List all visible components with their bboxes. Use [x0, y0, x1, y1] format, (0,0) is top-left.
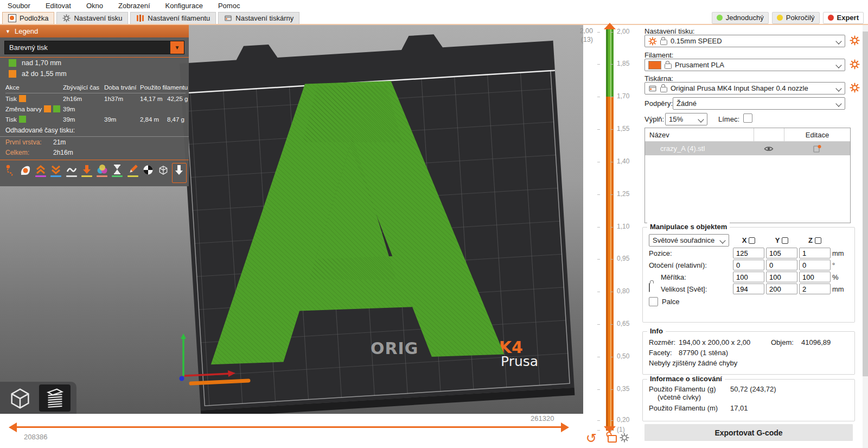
rotation-x-field[interactable] [733, 260, 764, 270]
tool-changes-icon[interactable] [80, 163, 93, 182]
infill-select[interactable]: 15% [665, 113, 707, 125]
uniform-scale-lock-icon[interactable] [649, 283, 650, 292]
menu-soubor[interactable]: Soubor [0, 0, 38, 11]
panel-scrollbar[interactable] [863, 25, 868, 448]
printer-value: Original Prusa MK4 Input Shaper 0.4 nozz… [671, 84, 833, 92]
menu-okno[interactable]: Okno [79, 0, 111, 11]
supports-select[interactable]: Žádné [673, 97, 845, 110]
travel-moves-icon[interactable] [3, 163, 17, 182]
menu-zobrazeni[interactable]: Zobrazení [111, 0, 158, 11]
supports-value: Žádné [676, 99, 833, 108]
object-manipulation-section: Manipulace s objektem Světové souřadnice… [642, 227, 855, 323]
layers-icon [42, 386, 67, 411]
preview-view-button[interactable] [39, 384, 71, 412]
lock-icon [665, 64, 672, 69]
filament-label: Filament: [644, 51, 673, 59]
center-of-mass-icon[interactable] [141, 163, 155, 182]
color-changes-icon[interactable] [95, 163, 109, 182]
deretractions-icon[interactable] [49, 163, 63, 182]
filament-value: Prusament PLA [675, 61, 833, 69]
printer-select[interactable]: Original Prusa MK4 Input Shaper 0.4 nozz… [644, 82, 845, 94]
edit-filament-gear-icon[interactable] [850, 59, 860, 70]
edit-print-settings-gear-icon[interactable] [850, 35, 860, 46]
brim-checkbox[interactable] [743, 113, 752, 123]
table-header-row: Akce Zbývající čas Doba trvání Použito f… [5, 81, 186, 93]
legend-toggle-icon[interactable] [172, 163, 187, 183]
shells-icon[interactable] [157, 163, 170, 182]
mode-expert[interactable]: Expert [823, 12, 864, 24]
filament-select[interactable]: Prusament PLA [644, 59, 845, 71]
retractions-icon[interactable] [34, 163, 48, 182]
filament-m-row: Použito Filamentu (m) 17,01 [649, 404, 850, 412]
tab-print-settings[interactable]: Nastavení tisku [56, 12, 128, 24]
inches-checkbox[interactable] [649, 297, 658, 306]
menu-pomoc[interactable]: Pomoc [210, 0, 247, 11]
hslider-left-thumb[interactable] [9, 422, 17, 432]
tab-print-settings-label: Nastavení tisku [74, 14, 122, 22]
infill-value: 15% [669, 115, 695, 123]
position-z-field[interactable] [799, 248, 831, 258]
model-letter-a[interactable] [197, 25, 512, 414]
size-x-field[interactable] [733, 283, 764, 294]
scale-y-field[interactable] [766, 272, 797, 282]
collapse-icon[interactable]: ▼ [5, 29, 10, 34]
axis-settings-icon[interactable] [749, 237, 755, 244]
object-list[interactable]: Název Editace crazy_A (4).stl [644, 128, 851, 223]
eye-icon[interactable] [754, 144, 784, 154]
print-settings-select[interactable]: 0.15mm SPEED [644, 35, 845, 47]
view-type-select[interactable]: Barevný tisk ▼ [4, 41, 184, 54]
tab-printer-settings[interactable]: Nastavení tiskárny [218, 12, 299, 24]
info-title: Info [647, 327, 666, 335]
legend-item-above: nad 1,70 mm [0, 58, 189, 68]
pause-prints-icon[interactable] [111, 163, 124, 182]
layer-slider-top-thumb[interactable] [604, 23, 616, 29]
dropdown-arrow-icon[interactable]: ▼ [170, 41, 184, 54]
scale-x-field[interactable] [733, 272, 764, 282]
position-row: Pozice: mm [649, 248, 850, 258]
export-gcode-button[interactable]: Exportovat G-code [644, 424, 853, 441]
rotation-z-field[interactable] [799, 260, 831, 270]
menu-editovat[interactable]: Editovat [38, 0, 79, 11]
settings-tab-bar: Podložka Nastavení tisku Nastavení filam… [0, 11, 868, 25]
edit-object-icon[interactable] [784, 144, 850, 153]
inches-row: Palce [649, 297, 850, 306]
editor-view-button[interactable] [4, 384, 36, 412]
legend-header[interactable]: ▼ Legend [0, 25, 189, 37]
name-column-header: Název [645, 131, 754, 139]
chevron-down-icon [720, 238, 725, 243]
wipe-icon[interactable] [18, 163, 32, 182]
rotation-y-field[interactable] [766, 260, 797, 270]
printer-icon [224, 14, 232, 22]
axis-settings-icon[interactable] [815, 237, 821, 244]
colorprint-table: Akce Zbývající čas Doba trvání Použito f… [0, 79, 189, 124]
scale-z-field[interactable] [799, 272, 831, 282]
tab-printer-settings-label: Nastavení tiskárny [235, 14, 293, 22]
axis-settings-icon[interactable] [782, 237, 788, 244]
custom-gcode-icon[interactable] [126, 163, 139, 182]
position-y-field[interactable] [766, 248, 797, 258]
panel-scrollbar-thumb[interactable] [863, 31, 868, 376]
first-layer-row: První vrstva: 21m [0, 137, 189, 147]
layer-slider-track[interactable] [606, 28, 614, 431]
tab-filament-settings[interactable]: Nastavení filamentu [130, 12, 216, 24]
axis-y-header: Y [766, 236, 797, 244]
hslider-track[interactable] [16, 426, 561, 428]
coordinate-system-select[interactable]: Světové souřadnice [649, 234, 729, 247]
chevron-down-icon [836, 86, 841, 91]
object-row[interactable]: crazy_A (4).stl [645, 142, 850, 155]
position-x-field[interactable] [733, 248, 764, 258]
slider-settings-gear-icon[interactable] [620, 433, 630, 444]
mode-advanced[interactable]: Pokročilý [772, 12, 820, 24]
plater-icon [8, 14, 16, 22]
size-y-field[interactable] [766, 283, 797, 294]
hslider-right-thumb[interactable] [561, 422, 569, 432]
slicing-info-title: Informace o slicování [647, 375, 725, 383]
mode-simple[interactable]: Jednoduchý [712, 12, 769, 24]
size-z-field[interactable] [799, 283, 831, 294]
seams-icon[interactable] [65, 163, 78, 182]
reset-view-icon[interactable]: ↺ [586, 433, 597, 444]
unlock-icon[interactable] [608, 435, 617, 443]
edit-printer-gear-icon[interactable] [850, 83, 860, 93]
menu-konfigurace[interactable]: Konfigurace [158, 0, 210, 11]
tab-plater[interactable]: Podložka [2, 12, 54, 24]
